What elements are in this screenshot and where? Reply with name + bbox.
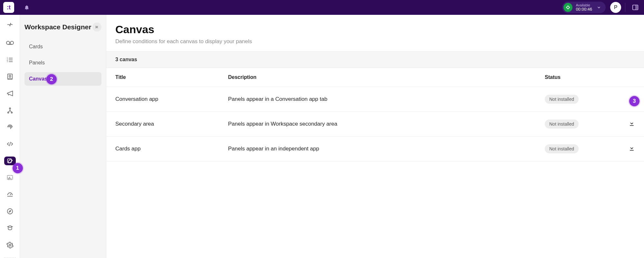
cell-description: Panels appear in a Conversation app tab xyxy=(219,87,536,112)
svg-line-20 xyxy=(9,142,11,146)
rail-item-contacts[interactable] xyxy=(4,72,16,81)
app-logo[interactable]: :t xyxy=(3,2,14,13)
rail-item-developer[interactable] xyxy=(4,140,16,148)
svg-point-19 xyxy=(11,112,12,113)
divider xyxy=(625,3,625,12)
topbar-left: :t xyxy=(3,2,30,13)
cell-description: Panels appear in Workspace secondary are… xyxy=(219,112,536,137)
page-header: Canvas Define conditions for each canvas… xyxy=(106,15,644,51)
status-badge: Not installed xyxy=(545,95,579,104)
cell-title: Cards app xyxy=(106,137,219,161)
cell-title: Secondary area xyxy=(106,112,219,137)
status-badge: Not installed xyxy=(545,119,579,129)
download-icon[interactable] xyxy=(629,95,635,102)
rail-item-biometrics[interactable] xyxy=(4,123,16,131)
rail-item-integrations[interactable] xyxy=(4,106,16,114)
svg-point-17 xyxy=(9,108,11,109)
rail-item-monitoring[interactable] xyxy=(4,174,16,182)
side-drawer-toggle[interactable] xyxy=(630,4,641,11)
page-title: Canvas xyxy=(115,23,635,36)
col-header-description: Description xyxy=(219,68,536,87)
cell-action: 3 xyxy=(620,87,644,112)
table-row[interactable]: Conversation app Panels appear in a Conv… xyxy=(106,87,644,112)
cell-status: Not installed xyxy=(536,137,620,161)
user-avatar[interactable]: P xyxy=(610,2,621,13)
rail-item-performance[interactable] xyxy=(4,190,16,199)
sidepanel-item-label: Cards xyxy=(29,44,43,50)
topbar: :t Available 00:00:46 P xyxy=(0,0,644,15)
avatar-letter: P xyxy=(614,5,618,10)
download-icon[interactable] xyxy=(629,145,635,151)
rail-item-list[interactable]: 123 xyxy=(4,56,16,64)
download-icon[interactable] xyxy=(629,120,635,127)
col-header-actions xyxy=(620,68,644,87)
cell-action xyxy=(620,137,644,161)
canvas-count: 3 canvas xyxy=(106,51,644,68)
rail-item-routing[interactable] xyxy=(4,22,16,30)
cell-status: Not installed xyxy=(536,87,620,112)
notifications-icon[interactable] xyxy=(23,4,30,11)
status-indicator-icon xyxy=(563,3,572,12)
table-header-row: Title Description Status xyxy=(106,68,644,87)
app-logo-letter: :t xyxy=(7,4,11,11)
sidepanel-item-panels[interactable]: Panels xyxy=(24,56,101,70)
status-badge: Not installed xyxy=(545,144,579,153)
sidepanel-item-canvas[interactable]: Canvas 2 xyxy=(24,72,101,86)
rail-item-voicemail[interactable] xyxy=(4,39,16,47)
app-body: 123 1 xyxy=(0,15,644,258)
cell-title: Conversation app xyxy=(106,87,219,112)
svg-point-24 xyxy=(7,209,13,214)
cell-action xyxy=(620,112,644,137)
sidepanel-item-label: Panels xyxy=(29,60,45,66)
nav-rail: 123 1 xyxy=(0,15,20,258)
sidepanel-item-cards[interactable]: Cards xyxy=(24,40,101,53)
annotation-2: 2 xyxy=(46,74,57,84)
svg-point-7 xyxy=(10,41,14,44)
cell-status: Not installed xyxy=(536,112,620,137)
chevron-down-icon xyxy=(597,5,601,10)
svg-rect-0 xyxy=(566,6,570,9)
main-content: Canvas Define conditions for each canvas… xyxy=(106,15,644,258)
table-row[interactable]: Cards app Panels appear in an independen… xyxy=(106,137,644,161)
svg-marker-25 xyxy=(9,210,11,212)
sidepanel-title: Workspace Designer xyxy=(24,23,91,31)
rail-item-settings[interactable] xyxy=(4,241,16,249)
col-header-title: Title xyxy=(106,68,219,87)
svg-point-16 xyxy=(9,75,11,77)
page-subtitle: Define conditions for each canvas to dis… xyxy=(115,38,635,45)
sidepanel-header: Workspace Designer xyxy=(24,23,101,32)
sidepanel-item-label: Canvas xyxy=(29,76,47,82)
status-time: 00:00:46 xyxy=(576,7,592,11)
rail-item-campaigns[interactable] xyxy=(4,89,16,98)
canvas-table: Title Description Status Conversation ap… xyxy=(106,68,644,161)
rail-item-workspace-designer[interactable]: 1 xyxy=(4,157,16,165)
status-text: Available 00:00:46 xyxy=(576,4,592,11)
rail-item-training[interactable] xyxy=(4,224,16,232)
rail-item-explore[interactable] xyxy=(4,207,16,215)
svg-point-6 xyxy=(6,41,10,44)
collapse-sidepanel-button[interactable] xyxy=(92,23,101,32)
table-row[interactable]: Secondary area Panels appear in Workspac… xyxy=(106,112,644,137)
svg-text:3: 3 xyxy=(6,60,8,62)
col-header-status: Status xyxy=(536,68,620,87)
svg-point-18 xyxy=(7,112,9,113)
svg-point-26 xyxy=(9,244,11,246)
availability-status-button[interactable]: Available 00:00:46 xyxy=(562,2,606,13)
sidepanel: Workspace Designer Cards Panels Canvas 2 xyxy=(20,15,106,258)
cell-description: Panels appear in an independent app xyxy=(219,137,536,161)
